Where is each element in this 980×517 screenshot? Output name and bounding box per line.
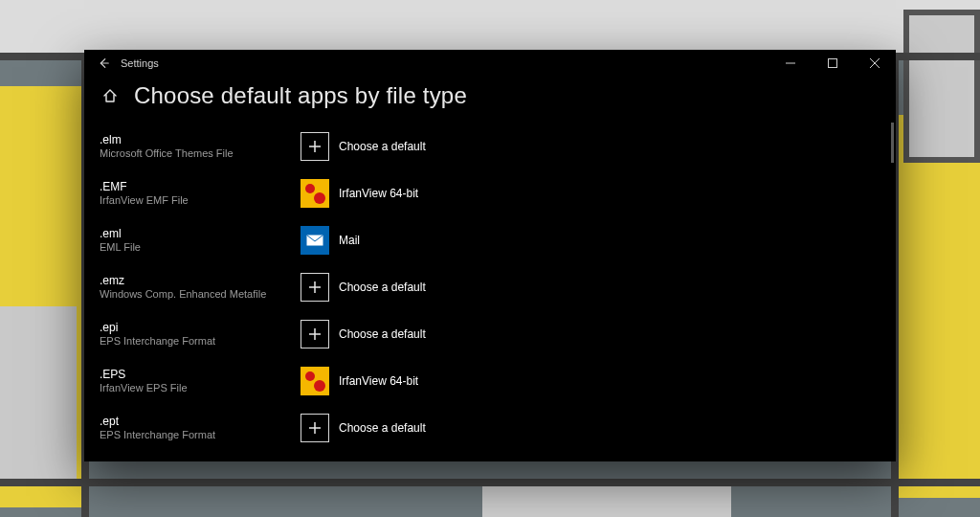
filetype-list: .elmMicrosoft Office Themes FileChoose a… (100, 123, 896, 461)
plus-icon (301, 273, 329, 302)
window-title: Settings (121, 57, 159, 69)
close-button[interactable] (854, 50, 896, 77)
app-label: Choose a default (339, 281, 426, 294)
app-label: IrfanView 64-bit (339, 187, 418, 200)
app-label: Mail (339, 234, 360, 247)
maximize-button[interactable] (812, 50, 854, 77)
filetype-row: .EMFIrfanView EMF FileIrfanView 64-bit (100, 169, 896, 216)
file-extension: .elm (100, 133, 291, 146)
maximize-icon (828, 58, 837, 68)
scroll-thumb[interactable] (891, 123, 894, 163)
default-app-button[interactable]: Choose a default (301, 132, 426, 161)
file-description: IrfanView EMF File (100, 194, 291, 206)
file-extension: .epi (100, 321, 291, 334)
file-description: EML File (100, 241, 291, 253)
minimize-icon (786, 58, 795, 68)
default-app-button[interactable]: IrfanView 64-bit (301, 179, 418, 208)
irfanview-icon (301, 179, 329, 208)
filetype-info: .emzWindows Comp. Enhanced Metafile (100, 270, 291, 303)
file-description: Microsoft Office Themes File (100, 147, 291, 159)
filetype-row: .eptEPS Interchange FormatChoose a defau… (100, 404, 896, 451)
file-extension: .EPS (100, 368, 291, 381)
filetype-info: .elmMicrosoft Office Themes File (100, 129, 291, 163)
filetype-row: .epiEPS Interchange FormatChoose a defau… (100, 310, 896, 357)
file-extension: .eml (100, 227, 291, 240)
mail-icon (301, 226, 329, 255)
home-icon (102, 88, 118, 103)
back-arrow-icon (97, 56, 110, 70)
default-app-button[interactable]: Choose a default (301, 273, 426, 302)
default-app-button[interactable]: Choose a default (301, 320, 426, 348)
irfanview-icon (301, 367, 329, 395)
file-extension: .EMF (100, 180, 291, 193)
file-description: EPS Interchange Format (100, 429, 291, 440)
default-app-button[interactable]: IrfanView 64-bit (301, 367, 418, 395)
titlebar: Settings (84, 50, 896, 77)
page-header: Choose default apps by file type (84, 77, 896, 123)
filetype-row: .EPSIrfanView EPS FileIrfanView 64-bit (100, 357, 896, 404)
default-app-button[interactable]: Mail (301, 226, 360, 255)
filetype-row: .emzWindows Comp. Enhanced MetafileChoos… (100, 263, 896, 310)
app-label: Choose a default (339, 327, 426, 341)
filetype-info: .epiEPS Interchange Format (100, 317, 291, 350)
filetype-info: .EMFIrfanView EMF File (100, 176, 291, 210)
filetype-row: .elmMicrosoft Office Themes FileChoose a… (100, 123, 896, 169)
filetype-info: .eptEPS Interchange Format (100, 411, 291, 444)
vertical-scrollbar[interactable] (891, 123, 894, 461)
minimize-button[interactable] (769, 50, 812, 77)
filetype-row: .emlEML FileMail (100, 216, 896, 263)
app-label: Choose a default (339, 421, 426, 435)
close-icon (870, 58, 880, 68)
plus-icon (301, 320, 329, 348)
file-description: IrfanView EPS File (100, 382, 291, 393)
content-area: .elmMicrosoft Office Themes FileChoose a… (84, 123, 896, 461)
back-button[interactable] (90, 50, 117, 77)
file-extension: .emz (100, 274, 291, 287)
window-controls (769, 50, 896, 77)
file-description: Windows Comp. Enhanced Metafile (100, 288, 291, 300)
svg-rect-0 (829, 59, 837, 68)
default-app-button[interactable]: Choose a default (301, 414, 426, 442)
plus-icon (301, 414, 329, 442)
filetype-info: .emlEML File (100, 223, 291, 257)
app-label: IrfanView 64-bit (339, 374, 418, 388)
plus-icon (301, 132, 329, 161)
settings-window: Settings Choose default apps by file typ… (84, 50, 896, 461)
page-title: Choose default apps by file type (134, 82, 467, 109)
filetype-info: .EPSIrfanView EPS File (100, 364, 291, 397)
file-description: EPS Interchange Format (100, 335, 291, 347)
file-extension: .ept (100, 415, 291, 428)
home-button[interactable] (100, 85, 121, 106)
app-label: Choose a default (339, 140, 426, 153)
